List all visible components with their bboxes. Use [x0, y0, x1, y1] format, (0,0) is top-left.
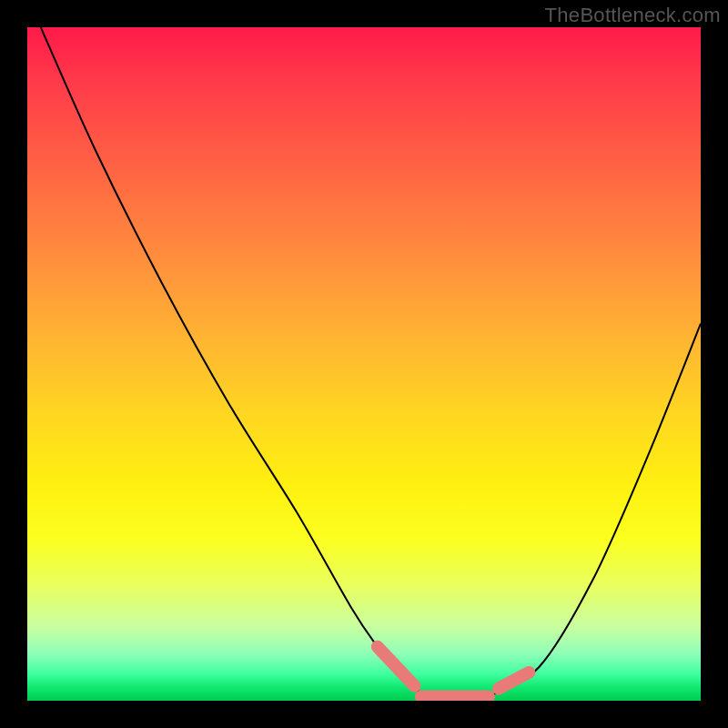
highlight-markers [378, 647, 530, 697]
bottleneck-curve [41, 27, 701, 701]
chart-container: TheBottleneck.com [0, 0, 728, 728]
watermark-text: TheBottleneck.com [545, 4, 721, 27]
plot-area [27, 27, 701, 701]
highlight-segment [378, 647, 415, 686]
highlight-segment [499, 672, 529, 689]
curve-svg [27, 27, 701, 701]
